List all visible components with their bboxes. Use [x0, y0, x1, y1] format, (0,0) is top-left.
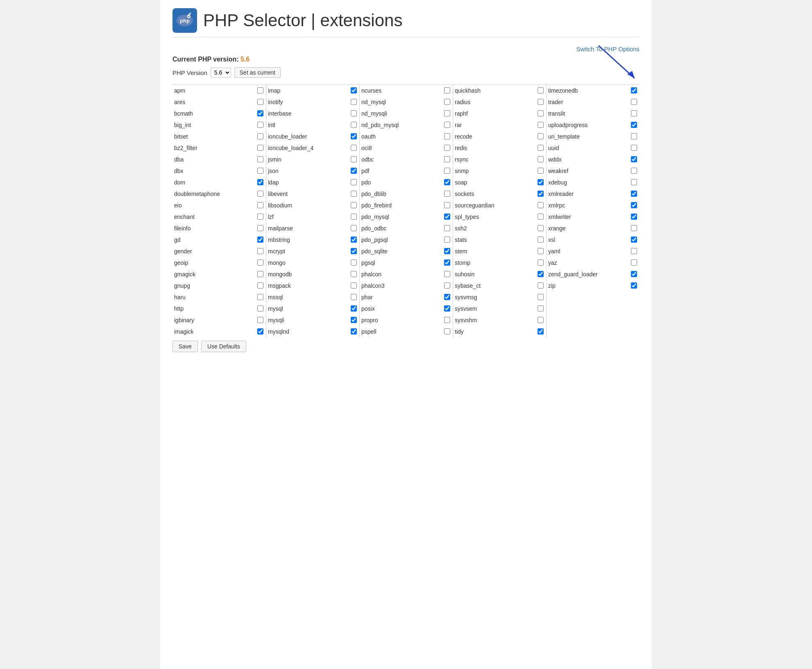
extension-checkbox[interactable] — [538, 259, 544, 266]
extension-checkbox[interactable] — [631, 99, 637, 105]
extension-checkbox[interactable] — [351, 305, 357, 312]
extension-checkbox[interactable] — [351, 99, 357, 105]
extension-checkbox[interactable] — [351, 87, 357, 93]
extension-checkbox[interactable] — [257, 282, 263, 289]
extension-checkbox[interactable] — [538, 248, 544, 254]
extension-checkbox[interactable] — [444, 133, 450, 139]
extension-checkbox[interactable] — [631, 156, 637, 162]
extension-checkbox[interactable] — [351, 110, 357, 116]
extension-checkbox[interactable] — [444, 317, 450, 323]
extension-checkbox[interactable] — [351, 122, 357, 128]
extension-checkbox[interactable] — [631, 282, 637, 289]
extension-checkbox[interactable] — [538, 317, 544, 323]
extension-checkbox[interactable] — [351, 214, 357, 220]
extension-checkbox[interactable] — [538, 202, 544, 208]
extension-checkbox[interactable] — [351, 191, 357, 197]
extension-checkbox[interactable] — [538, 87, 544, 93]
extension-checkbox[interactable] — [351, 145, 357, 151]
extension-checkbox[interactable] — [257, 133, 263, 139]
extension-checkbox[interactable] — [351, 202, 357, 208]
extension-checkbox[interactable] — [444, 214, 450, 220]
extension-checkbox[interactable] — [444, 191, 450, 197]
extension-checkbox[interactable] — [631, 145, 637, 151]
extension-checkbox[interactable] — [444, 237, 450, 243]
extension-checkbox[interactable] — [538, 99, 544, 105]
extension-checkbox[interactable] — [444, 179, 450, 185]
extension-checkbox[interactable] — [257, 87, 263, 93]
extension-checkbox[interactable] — [257, 179, 263, 185]
extension-checkbox[interactable] — [351, 156, 357, 162]
set-as-current-button[interactable]: Set as current — [234, 67, 281, 78]
extension-checkbox[interactable] — [538, 294, 544, 300]
extension-checkbox[interactable] — [631, 214, 637, 220]
extension-checkbox[interactable] — [631, 179, 637, 185]
extension-checkbox[interactable] — [444, 168, 450, 174]
extension-checkbox[interactable] — [257, 248, 263, 254]
extension-checkbox[interactable] — [631, 191, 637, 197]
extension-checkbox[interactable] — [444, 156, 450, 162]
extension-checkbox[interactable] — [631, 122, 637, 128]
extension-checkbox[interactable] — [257, 328, 263, 334]
extension-checkbox[interactable] — [631, 248, 637, 254]
extension-checkbox[interactable] — [351, 271, 357, 277]
extension-checkbox[interactable] — [257, 294, 263, 300]
extension-checkbox[interactable] — [538, 156, 544, 162]
extension-checkbox[interactable] — [631, 202, 637, 208]
extension-checkbox[interactable] — [257, 214, 263, 220]
extension-checkbox[interactable] — [444, 122, 450, 128]
extension-checkbox[interactable] — [257, 99, 263, 105]
extension-checkbox[interactable] — [257, 259, 263, 266]
extension-checkbox[interactable] — [631, 259, 637, 266]
extension-checkbox[interactable] — [631, 237, 637, 243]
extension-checkbox[interactable] — [444, 305, 450, 312]
php-version-select[interactable]: 5.6 7.0 7.1 7.2 7.3 7.4 — [211, 68, 231, 77]
extension-checkbox[interactable] — [351, 294, 357, 300]
extension-checkbox[interactable] — [538, 214, 544, 220]
extension-checkbox[interactable] — [444, 328, 450, 334]
extension-checkbox[interactable] — [444, 110, 450, 116]
extension-checkbox[interactable] — [257, 202, 263, 208]
extension-checkbox[interactable] — [351, 317, 357, 323]
use-defaults-button[interactable]: Use Defaults — [201, 341, 246, 352]
extension-checkbox[interactable] — [257, 110, 263, 116]
extension-checkbox[interactable] — [538, 179, 544, 185]
extension-checkbox[interactable] — [444, 248, 450, 254]
extension-checkbox[interactable] — [257, 225, 263, 231]
extension-checkbox[interactable] — [257, 317, 263, 323]
extension-checkbox[interactable] — [444, 202, 450, 208]
extension-checkbox[interactable] — [351, 237, 357, 243]
extension-checkbox[interactable] — [257, 305, 263, 312]
extension-checkbox[interactable] — [257, 122, 263, 128]
extension-checkbox[interactable] — [538, 282, 544, 289]
extension-checkbox[interactable] — [444, 271, 450, 277]
extension-checkbox[interactable] — [538, 305, 544, 312]
extension-checkbox[interactable] — [351, 328, 357, 334]
extension-checkbox[interactable] — [631, 168, 637, 174]
extension-checkbox[interactable] — [257, 156, 263, 162]
extension-checkbox[interactable] — [631, 133, 637, 139]
extension-checkbox[interactable] — [257, 237, 263, 243]
extension-checkbox[interactable] — [257, 168, 263, 174]
extension-checkbox[interactable] — [538, 122, 544, 128]
extension-checkbox[interactable] — [538, 191, 544, 197]
extension-checkbox[interactable] — [351, 259, 357, 266]
extension-checkbox[interactable] — [538, 271, 544, 277]
switch-to-php-options-link[interactable]: Switch To PHP Options — [576, 46, 640, 52]
extension-checkbox[interactable] — [444, 87, 450, 93]
extension-checkbox[interactable] — [444, 282, 450, 289]
extension-checkbox[interactable] — [538, 110, 544, 116]
extension-checkbox[interactable] — [538, 133, 544, 139]
extension-checkbox[interactable] — [538, 328, 544, 334]
extension-checkbox[interactable] — [351, 282, 357, 289]
extension-checkbox[interactable] — [351, 179, 357, 185]
extension-checkbox[interactable] — [351, 225, 357, 231]
extension-checkbox[interactable] — [538, 145, 544, 151]
extension-checkbox[interactable] — [444, 294, 450, 300]
extension-checkbox[interactable] — [444, 99, 450, 105]
extension-checkbox[interactable] — [351, 168, 357, 174]
extension-checkbox[interactable] — [631, 87, 637, 93]
extension-checkbox[interactable] — [257, 191, 263, 197]
extension-checkbox[interactable] — [444, 145, 450, 151]
extension-checkbox[interactable] — [444, 225, 450, 231]
extension-checkbox[interactable] — [351, 248, 357, 254]
